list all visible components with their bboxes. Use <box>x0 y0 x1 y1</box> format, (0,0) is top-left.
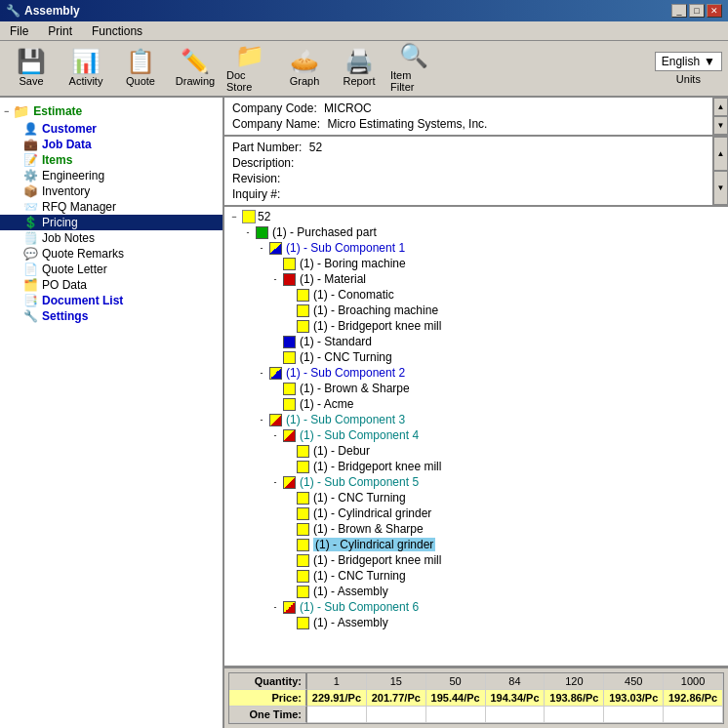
tree-node[interactable]: -(1) - Sub Component 5 <box>228 474 724 490</box>
collapse-icon[interactable]: - <box>242 227 254 237</box>
price-0: 229.91/Pc <box>307 690 367 707</box>
tree-node[interactable]: -(1) - Sub Component 6 <box>228 599 724 615</box>
tree-node-icon <box>283 429 296 442</box>
close-button[interactable]: ✕ <box>707 4 722 18</box>
tree-node[interactable]: (1) - Assembly <box>228 584 724 599</box>
sidebar-item-items[interactable]: 📝 Items <box>0 152 222 168</box>
minimize-button[interactable]: _ <box>671 4 687 18</box>
title-bar: 🔧 Assembly _ □ ✕ <box>0 0 728 21</box>
tree-node[interactable]: (1) - Bridgeport knee mill <box>228 552 724 568</box>
tree-node[interactable]: -(1) - Sub Component 4 <box>228 427 724 443</box>
onetime-1 <box>367 707 426 723</box>
company-scroll-down[interactable]: ▼ <box>713 116 728 135</box>
menu-functions[interactable]: Functions <box>86 22 148 40</box>
sidebar-item-quoteremarks[interactable]: 💬 Quote Remarks <box>0 246 222 262</box>
onetime-4 <box>545 707 604 723</box>
sidebar-item-jobnotes[interactable]: 🗒️ Job Notes <box>0 230 222 246</box>
part-scroll-up[interactable]: ▲ <box>713 137 728 171</box>
activity-label: Activity <box>69 75 103 87</box>
menu-file[interactable]: File <box>4 22 34 40</box>
tree-node[interactable]: -(1) - Material <box>228 271 724 287</box>
sidebar-item-inventory[interactable]: 📦 Inventory <box>0 183 222 199</box>
quoteremarks-icon: 💬 <box>23 247 38 261</box>
tree-node-icon <box>297 304 309 317</box>
tree-node[interactable]: -(1) - Sub Component 3 <box>228 412 724 427</box>
tree-node[interactable]: (1) - Broaching machine <box>228 303 724 318</box>
sidebar-item-rfqmanager[interactable]: 📨 RFQ Manager <box>0 199 222 215</box>
tree-node-icon <box>297 289 309 302</box>
sidebar-item-quoteletter[interactable]: 📄 Quote Letter <box>0 262 222 277</box>
tree-node[interactable]: (1) - CNC Turning <box>228 349 724 365</box>
tree-area: − 52 -(1) - Purchased part-(1) - Sub Com… <box>224 207 728 667</box>
tree-node-icon <box>297 320 309 333</box>
tree-node[interactable]: (1) - CNC Turning <box>228 568 724 584</box>
sidebar-item-engineering[interactable]: ⚙️ Engineering <box>0 168 222 183</box>
itemfilter-icon: 🔍 <box>399 44 428 67</box>
quote-button[interactable]: 📋 Quote <box>115 43 166 94</box>
tree-node-text: (1) - Debur <box>313 444 370 458</box>
collapse-root-icon[interactable]: − <box>228 212 240 222</box>
itemfilter-button[interactable]: 🔍 Item Filter <box>388 43 439 94</box>
tree-node[interactable]: -(1) - Sub Component 2 <box>228 365 724 381</box>
sidebar-label-jobdata: Job Data <box>42 138 92 151</box>
sidebar-item-documentlist[interactable]: 📑 Document List <box>0 293 222 308</box>
app-icon: 🔧 <box>6 4 20 18</box>
tree-node-text: (1) - Bridgeport knee mill <box>313 319 441 333</box>
sidebar-item-customer[interactable]: 👤 Customer <box>0 121 222 137</box>
tree-node[interactable]: (1) - Bridgeport knee mill <box>228 459 724 474</box>
tree-node[interactable]: (1) - Acme <box>228 396 724 412</box>
tree-node[interactable]: (1) - Cylindrical grinder <box>228 506 724 521</box>
company-scrollbar: ▲ ▼ <box>712 98 728 135</box>
save-button[interactable]: 💾 Save <box>6 43 57 94</box>
sidebar-item-settings[interactable]: 🔧 Settings <box>0 308 222 324</box>
company-scroll-up[interactable]: ▲ <box>713 98 728 116</box>
tree-node[interactable]: -(1) - Purchased part <box>228 224 724 240</box>
tree-node[interactable]: (1) - Brown & Sharpe <box>228 521 724 537</box>
collapse-icon[interactable]: - <box>269 274 281 284</box>
graph-button[interactable]: 🥧 Graph <box>279 43 330 94</box>
sidebar-root-label: Estimate <box>33 104 82 118</box>
sidebar-item-pricing[interactable]: 💲 Pricing <box>0 215 222 230</box>
qty-2: 50 <box>426 673 486 690</box>
company-code-value: MICROC <box>324 101 372 115</box>
tree-node[interactable]: (1) - Cylindrical grinder <box>228 537 724 552</box>
report-label: Report <box>343 75 375 87</box>
report-button[interactable]: 🖨️ Report <box>334 43 384 94</box>
collapse-icon[interactable]: - <box>256 415 267 425</box>
tree-node[interactable]: (1) - Bridgeport knee mill <box>228 318 724 334</box>
maximize-button[interactable]: □ <box>689 4 705 18</box>
part-number-label: Part Number: <box>232 141 302 154</box>
sidebar-item-podata[interactable]: 🗂️ PO Data <box>0 277 222 293</box>
collapse-icon[interactable]: - <box>269 602 281 612</box>
inquiry-row: Inquiry #: <box>232 187 720 201</box>
qty-0: 1 <box>307 673 367 690</box>
language-dropdown[interactable]: English ▼ <box>655 52 722 71</box>
collapse-estimate-icon[interactable]: − <box>4 106 9 116</box>
tree-node[interactable]: (1) - Brown & Sharpe <box>228 381 724 396</box>
price-table: Quantity: 1 15 50 84 120 450 1000 Price:… <box>224 667 728 728</box>
jobnotes-icon: 🗒️ <box>23 231 38 245</box>
tree-node[interactable]: (1) - Boring machine <box>228 256 724 271</box>
menu-print[interactable]: Print <box>42 22 78 40</box>
tree-node-icon <box>269 414 282 426</box>
collapse-icon[interactable]: - <box>256 243 267 253</box>
collapse-icon[interactable]: - <box>269 477 281 487</box>
tree-node[interactable]: -(1) - Sub Component 1 <box>228 240 724 256</box>
collapse-icon[interactable]: - <box>269 430 281 440</box>
tree-node[interactable]: (1) - Debur <box>228 443 724 459</box>
engineering-icon: ⚙️ <box>23 169 38 182</box>
tree-root[interactable]: − 52 <box>228 209 724 224</box>
docstore-button[interactable]: 📁 Doc Store <box>224 43 275 94</box>
tree-node[interactable]: (1) - Assembly <box>228 615 724 630</box>
sidebar-item-jobdata[interactable]: 💼 Job Data <box>0 137 222 152</box>
tree-node[interactable]: (1) - CNC Turning <box>228 490 724 506</box>
activity-button[interactable]: 📊 Activity <box>61 43 111 94</box>
tree-node[interactable]: (1) - Conomatic <box>228 287 724 303</box>
sidebar-label-settings: Settings <box>42 309 88 323</box>
tree-node[interactable]: (1) - Standard <box>228 334 724 349</box>
tree-node-icon <box>297 570 309 583</box>
part-scroll-down[interactable]: ▼ <box>713 171 728 205</box>
price-1: 201.77/Pc <box>367 690 426 707</box>
drawing-button[interactable]: ✏️ Drawing <box>170 43 221 94</box>
collapse-icon[interactable]: - <box>256 368 267 378</box>
